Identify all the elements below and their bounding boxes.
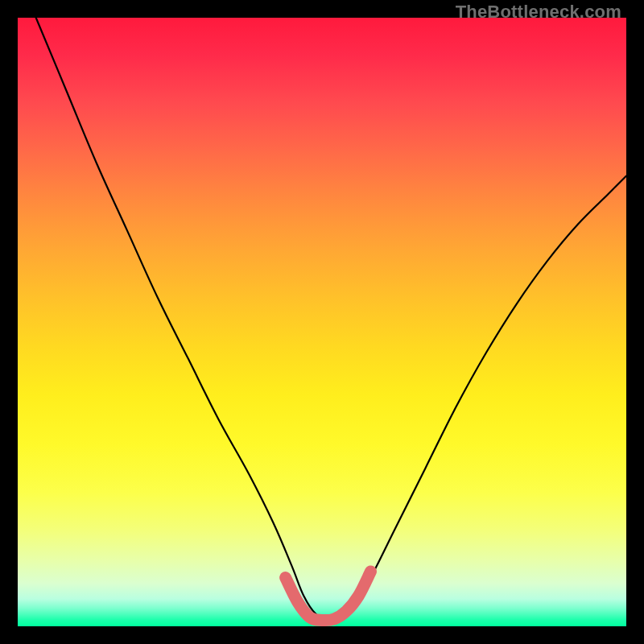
optimal-zone-highlight bbox=[286, 572, 371, 621]
plot-area bbox=[18, 18, 626, 626]
watermark-text: TheBottleneck.com bbox=[456, 2, 621, 23]
bottleneck-curve bbox=[36, 18, 626, 621]
chart-svg bbox=[18, 18, 626, 626]
chart-frame: TheBottleneck.com bbox=[0, 0, 644, 644]
